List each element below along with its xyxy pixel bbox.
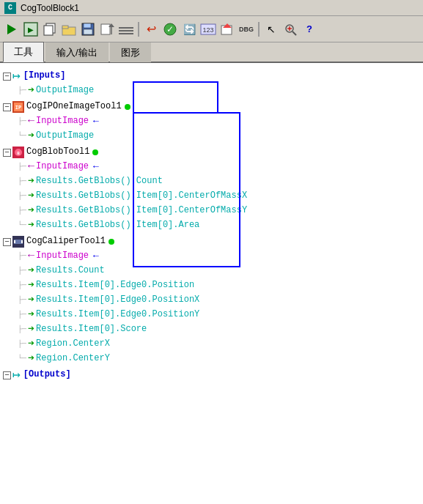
cogcaliper-edge0posy-row: ├─ ➔ Results.Item[0].Edge0.PositionY xyxy=(3,308,420,322)
tab-bar: 工具 输入/输出 图形 xyxy=(0,42,423,63)
cogblob-node[interactable]: − B CogBlobTool1 xyxy=(3,145,420,160)
cogblob-centery-row: ├─ ➔ Results.GetBlobs().Item[0].CenterOf… xyxy=(3,204,420,218)
cogipone-output-row: └─ ➔ OutputImage xyxy=(3,129,420,144)
cogblob-count-row: ├─ ➔ Results.GetBlobs().Count xyxy=(3,174,420,189)
play-button[interactable] xyxy=(3,21,21,38)
tree-line-9: ├─ xyxy=(18,251,26,262)
import-button[interactable]: ✓ xyxy=(161,21,179,38)
num-button[interactable]: 123 xyxy=(199,21,217,38)
tree-line-4: ├─ xyxy=(18,161,26,173)
svg-text:IP: IP xyxy=(15,105,21,111)
output-arrow-2: ➔ xyxy=(28,127,34,145)
cogcaliper-cy-label[interactable]: Region.CenterY xyxy=(36,352,110,366)
svg-rect-8 xyxy=(84,29,92,34)
tree-line-2: ├─ xyxy=(18,116,26,127)
svg-text:▶: ▶ xyxy=(28,26,34,34)
inputs-node[interactable]: − ↦ [Inputs] xyxy=(3,69,420,84)
svg-rect-9 xyxy=(101,24,110,34)
cogblob-input-row: ├─ ← InputImage ← xyxy=(3,160,420,174)
save-button[interactable] xyxy=(79,21,97,38)
svg-rect-14 xyxy=(119,33,133,34)
cogcaliper-cx-row: ├─ ➔ Region.CenterX xyxy=(3,337,420,352)
tree-line-7: ├─ xyxy=(18,205,26,217)
cogcaliper-edge0posy-label[interactable]: Results.Item[0].Edge0.PositionY xyxy=(36,308,199,322)
tab-tools[interactable]: 工具 xyxy=(3,42,44,62)
conn-arrow-1: ← xyxy=(93,114,99,130)
svg-rect-5 xyxy=(62,26,68,29)
cogcaliper-edge0pos-row: ├─ ➔ Results.Item[0].Edge0.Position xyxy=(3,278,420,293)
tree-line-14: ├─ xyxy=(18,324,26,336)
cogipone-status-dot xyxy=(125,104,130,110)
cogblob-input-label[interactable]: InputImage xyxy=(36,160,89,174)
export2-button[interactable] xyxy=(218,21,236,38)
inputs-outputimage-label[interactable]: OutputImage xyxy=(36,84,94,97)
tree-line-11: ├─ xyxy=(18,280,26,292)
cogcaliper-edge0posx-label[interactable]: Results.Item[0].Edge0.PositionX xyxy=(36,293,199,307)
cogipone-node[interactable]: − IP CogIPOneImageTool1 xyxy=(3,100,420,114)
undo-button[interactable]: ↩ xyxy=(142,21,160,38)
output-arrow-1: ➔ xyxy=(28,82,34,100)
expand-inputs[interactable]: − xyxy=(3,73,11,81)
tree-line-1: ├─ xyxy=(18,85,26,97)
dots-button[interactable] xyxy=(117,21,135,38)
cogipone-input-row: ├─ ← InputImage ← xyxy=(3,114,420,129)
dbg-button[interactable]: DBG xyxy=(238,21,255,38)
outputs-label: [Outputs] xyxy=(23,368,71,382)
cogblob-centerx-label[interactable]: Results.GetBlobs().Item[0].CenterOfMassX xyxy=(36,189,247,203)
separator-1 xyxy=(138,22,139,37)
inputs-outputimage-row: ├─ ➔ OutputImage xyxy=(3,84,420,98)
tree-line-15: ├─ xyxy=(18,338,26,350)
export-button[interactable] xyxy=(98,21,116,38)
svg-rect-13 xyxy=(119,30,133,32)
tree-view: − ↦ [Inputs] ├─ ➔ OutputImage − IP CogIP… xyxy=(3,69,420,382)
outputs-arrow-icon: ↦ xyxy=(12,365,21,386)
open-button[interactable] xyxy=(60,21,78,38)
output-arrow-6: ➔ xyxy=(28,217,34,234)
help-button[interactable]: ? xyxy=(301,21,318,38)
tree-line-13: ├─ xyxy=(18,309,26,321)
tree-line-8: └─ xyxy=(18,220,26,231)
cogipone-label: CogIPOneImageTool1 xyxy=(26,100,122,114)
expand-cogipone[interactable]: − xyxy=(3,103,11,111)
inputs-label: [Inputs] xyxy=(23,69,66,83)
tab-shapes[interactable]: 图形 xyxy=(110,42,151,62)
cogipone-input-label[interactable]: InputImage xyxy=(36,114,89,128)
cogcaliper-status-dot xyxy=(108,239,114,245)
expand-cogblob[interactable]: − xyxy=(3,149,11,157)
cogcaliper-input-label[interactable]: InputImage xyxy=(36,249,89,263)
step-button[interactable]: ▶ xyxy=(22,21,40,38)
cogcaliper-edge0pos-label[interactable]: Results.Item[0].Edge0.Position xyxy=(36,278,194,292)
cogcaliper-input-row: ├─ ← InputImage ← xyxy=(3,249,420,264)
svg-rect-3 xyxy=(44,26,53,35)
expand-outputs[interactable]: − xyxy=(3,371,11,379)
cogblob-count-label[interactable]: Results.GetBlobs().Count xyxy=(36,174,163,188)
cogipone-icon: IP xyxy=(12,101,24,113)
tree-line-5: ├─ xyxy=(18,176,26,188)
cogipone-output-label[interactable]: OutputImage xyxy=(36,129,94,143)
cogcaliper-cy-row: └─ ➔ Region.CenterY xyxy=(3,352,420,366)
outputs-node[interactable]: − ↦ [Outputs] xyxy=(3,368,420,382)
cogcaliper-node[interactable]: − CogCaliperTool1 xyxy=(3,234,420,249)
cogblob-centery-label[interactable]: Results.GetBlobs().Item[0].CenterOfMassY xyxy=(36,204,247,218)
cogblob-area-row: └─ ➔ Results.GetBlobs().Item[0].Area xyxy=(3,218,420,233)
expand-cogcaliper[interactable]: − xyxy=(3,238,11,246)
tree-line-16: └─ xyxy=(18,353,26,365)
refresh-button[interactable]: 🔄 xyxy=(180,21,198,38)
output-arrow-13: ➔ xyxy=(28,350,34,368)
cogcaliper-score-label[interactable]: Results.Item[0].Score xyxy=(36,322,147,336)
title-bar: C CogToolBlock1 xyxy=(0,0,423,16)
cogcaliper-count-row: ├─ ➔ Results.Count xyxy=(3,264,420,278)
cogblob-status-dot xyxy=(92,149,98,155)
zoom-button[interactable] xyxy=(282,21,299,38)
cogcaliper-cx-label[interactable]: Region.CenterX xyxy=(36,337,110,351)
cogcaliper-icon xyxy=(12,236,24,248)
inputs-arrow-icon: ↦ xyxy=(12,66,21,87)
cogblob-area-label[interactable]: Results.GetBlobs().Item[0].Area xyxy=(36,218,199,232)
tab-io[interactable]: 输入/输出 xyxy=(45,42,108,62)
pointer-button[interactable]: ↖ xyxy=(262,21,280,38)
toolbar: ▶ ↩ xyxy=(0,16,423,42)
svg-rect-33 xyxy=(14,240,15,243)
conn-arrow-3: ← xyxy=(93,249,99,264)
cogcaliper-count-label[interactable]: Results.Count xyxy=(36,264,105,278)
copy-button[interactable] xyxy=(41,21,59,38)
